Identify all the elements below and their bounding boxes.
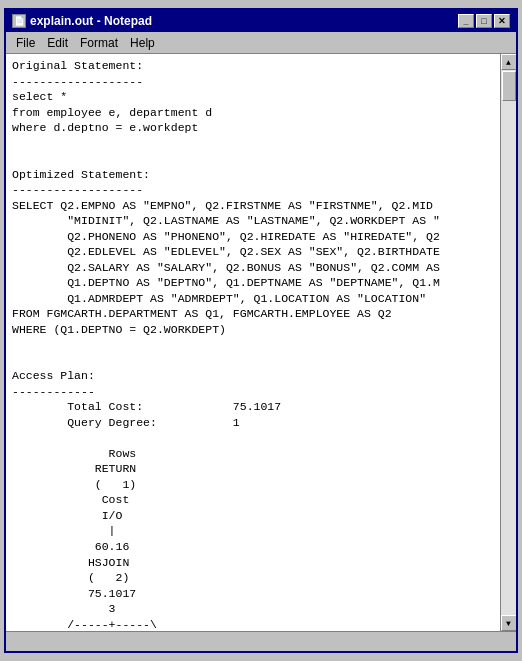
scroll-down-button[interactable]: ▼ — [501, 615, 517, 631]
title-bar-left: 📄 explain.out - Notepad — [12, 14, 152, 28]
main-window: 📄 explain.out - Notepad _ □ ✕ File Edit … — [4, 8, 518, 653]
title-bar: 📄 explain.out - Notepad _ □ ✕ — [6, 10, 516, 32]
content-area: Original Statement: ------------------- … — [6, 54, 516, 631]
status-bar — [6, 631, 516, 651]
maximize-button[interactable]: □ — [476, 14, 492, 28]
menu-format[interactable]: Format — [74, 34, 124, 52]
close-button[interactable]: ✕ — [494, 14, 510, 28]
minimize-button[interactable]: _ — [458, 14, 474, 28]
title-bar-buttons: _ □ ✕ — [458, 14, 510, 28]
scroll-track[interactable] — [501, 70, 516, 615]
vertical-scrollbar[interactable]: ▲ ▼ — [500, 54, 516, 631]
window-title: explain.out - Notepad — [30, 14, 152, 28]
text-editor[interactable]: Original Statement: ------------------- … — [6, 54, 500, 631]
menu-edit[interactable]: Edit — [41, 34, 74, 52]
menu-file[interactable]: File — [10, 34, 41, 52]
scroll-thumb[interactable] — [502, 71, 516, 101]
menu-bar: File Edit Format Help — [6, 32, 516, 54]
scroll-up-button[interactable]: ▲ — [501, 54, 517, 70]
menu-help[interactable]: Help — [124, 34, 161, 52]
window-icon: 📄 — [12, 14, 26, 28]
